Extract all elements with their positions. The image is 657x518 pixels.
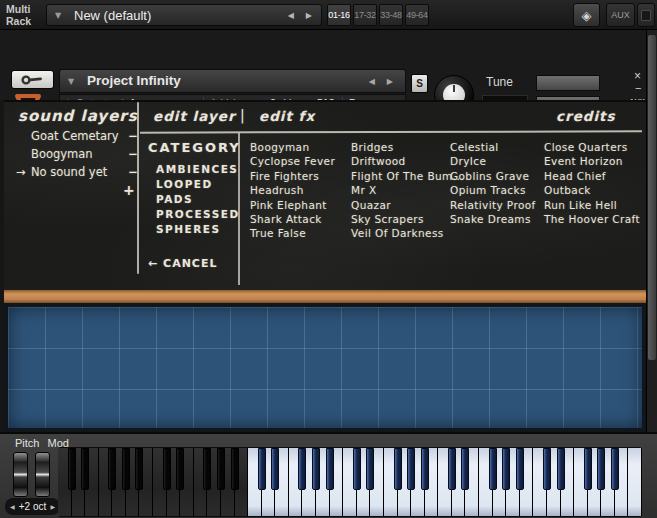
black-key[interactable]	[353, 448, 361, 490]
black-key[interactable]	[176, 448, 184, 490]
minimize-icon[interactable]: −	[635, 82, 641, 94]
black-key[interactable]	[489, 448, 497, 490]
octave-down-icon[interactable]: ◀	[10, 503, 15, 510]
sound-item[interactable]: Headrush	[250, 184, 335, 198]
sound-item[interactable]: Relativity Proof	[450, 199, 536, 213]
sound-item[interactable]: Event Horizon	[544, 155, 640, 169]
page-tab-01-16[interactable]: 01-16	[327, 4, 351, 26]
pitch-wheel[interactable]	[13, 452, 28, 497]
sound-item[interactable]: Boogyman	[250, 141, 335, 155]
sound-item[interactable]: Head Chief	[544, 170, 640, 184]
black-key[interactable]	[502, 448, 510, 490]
category-item[interactable]: AMBIENCES	[156, 163, 240, 178]
black-key[interactable]	[611, 448, 619, 490]
layer-name[interactable]: Goat Cemetary	[31, 129, 119, 143]
black-key[interactable]	[448, 448, 456, 490]
layer-name[interactable]: No sound yet	[31, 165, 107, 179]
black-key[interactable]	[258, 448, 266, 490]
tab-credits[interactable]: credits	[556, 108, 616, 124]
black-key[interactable]	[231, 448, 239, 490]
layer-row[interactable]: Goat Cemetary−	[16, 128, 138, 146]
sound-item[interactable]: Bridges	[351, 141, 464, 155]
sound-item[interactable]: Celestial	[450, 141, 536, 155]
black-key[interactable]	[163, 448, 171, 490]
sound-item[interactable]: The Hoover Craft	[544, 213, 640, 227]
category-item[interactable]: PROCESSED	[156, 208, 240, 223]
sound-item[interactable]: Pink Elephant	[250, 199, 335, 213]
black-key[interactable]	[298, 448, 306, 490]
black-key[interactable]	[394, 448, 402, 490]
layer-name[interactable]: Boogyman	[31, 147, 93, 161]
chevron-down-icon[interactable]: ▼	[55, 11, 61, 20]
add-layer-button[interactable]: +	[123, 182, 135, 198]
layer-row[interactable]: →No sound yet−	[16, 164, 138, 182]
black-key[interactable]	[366, 448, 374, 490]
page-tab-33-48[interactable]: 33-48	[379, 4, 403, 26]
black-key[interactable]	[557, 448, 565, 490]
mod-wheel[interactable]	[35, 452, 50, 497]
multi-preset-selector[interactable]: ▼ New (default) ◀ ▶	[46, 4, 322, 26]
sound-item[interactable]: Outback	[544, 184, 640, 198]
black-key[interactable]	[516, 448, 524, 490]
rack-scrollbar[interactable]	[646, 30, 657, 432]
sound-item[interactable]: Goblins Grave	[450, 170, 536, 184]
sound-item[interactable]: Snake Dreams	[450, 213, 536, 227]
black-key[interactable]	[543, 448, 551, 490]
sound-item[interactable]: DryIce	[450, 155, 536, 169]
sound-item[interactable]: Driftwood	[351, 155, 464, 169]
octave-up-icon[interactable]: ▶	[50, 503, 55, 510]
sound-item[interactable]: Run Like Hell	[544, 199, 640, 213]
black-key[interactable]	[312, 448, 320, 490]
browser-icon[interactable]: ◈	[573, 3, 600, 27]
preset-next-icon[interactable]: ▶	[306, 11, 312, 20]
sound-item[interactable]: Shark Attack	[250, 213, 335, 227]
sound-item[interactable]: Quazar	[351, 199, 464, 213]
instrument-dropdown-icon[interactable]: ▼	[68, 77, 74, 86]
tab-edit-layer[interactable]: edit layer	[153, 108, 236, 124]
sound-item[interactable]: True False	[250, 227, 335, 241]
black-key[interactable]	[597, 448, 605, 490]
sound-item[interactable]: Close Quarters	[544, 141, 640, 155]
category-item[interactable]: SPHERES	[156, 223, 240, 238]
instrument-prev-icon[interactable]: ◀	[369, 77, 375, 86]
black-key[interactable]	[326, 448, 334, 490]
black-key[interactable]	[122, 448, 130, 490]
black-key[interactable]	[81, 448, 89, 490]
aux-button[interactable]: AUX	[606, 3, 635, 27]
sound-item[interactable]: Cyclopse Fever	[250, 155, 335, 169]
black-key[interactable]	[217, 448, 225, 490]
black-key[interactable]	[461, 448, 469, 490]
category-item[interactable]: PADS	[156, 193, 240, 208]
edit-instrument-button[interactable]	[11, 70, 54, 89]
page-tab-17-32[interactable]: 17-32	[353, 4, 377, 26]
white-key[interactable]	[628, 448, 642, 516]
black-key[interactable]	[108, 448, 116, 490]
tab-edit-fx[interactable]: edit fx	[259, 108, 315, 124]
preset-prev-icon[interactable]: ◀	[288, 11, 294, 20]
layer-row[interactable]: Boogyman−	[16, 146, 138, 164]
close-icon[interactable]: ×	[634, 69, 641, 83]
black-key[interactable]	[271, 448, 279, 490]
solo-button[interactable]: S	[411, 74, 428, 93]
sound-item[interactable]: Fire Fighters	[250, 170, 335, 184]
black-key[interactable]	[135, 448, 143, 490]
cancel-button[interactable]: ← CANCEL	[148, 257, 217, 270]
black-key[interactable]	[421, 448, 429, 490]
sound-item[interactable]: Flight Of The Bum...	[351, 170, 464, 184]
category-item[interactable]: LOOPED	[156, 178, 240, 193]
rack-scrollbar-thumb[interactable]	[648, 35, 656, 360]
black-key[interactable]	[68, 448, 76, 490]
sound-item[interactable]: Opium Tracks	[450, 184, 536, 198]
black-key[interactable]	[584, 448, 592, 490]
sound-item[interactable]: Veil Of Darkness	[351, 227, 464, 241]
black-key[interactable]	[203, 448, 211, 490]
keyboard[interactable]	[58, 447, 642, 517]
black-key[interactable]	[407, 448, 415, 490]
instrument-title-bar[interactable]: ▼ Project Infinity ◀ ▶	[59, 69, 406, 93]
sound-item[interactable]: Mr X	[351, 184, 464, 198]
octave-shift-button[interactable]: ◀ +2 oct ▶	[5, 498, 60, 515]
page-tab-49-64[interactable]: 49-64	[405, 4, 429, 26]
sound-item[interactable]: Sky Scrapers	[351, 213, 464, 227]
instrument-next-icon[interactable]: ▶	[387, 77, 393, 86]
save-button[interactable]	[637, 3, 655, 27]
